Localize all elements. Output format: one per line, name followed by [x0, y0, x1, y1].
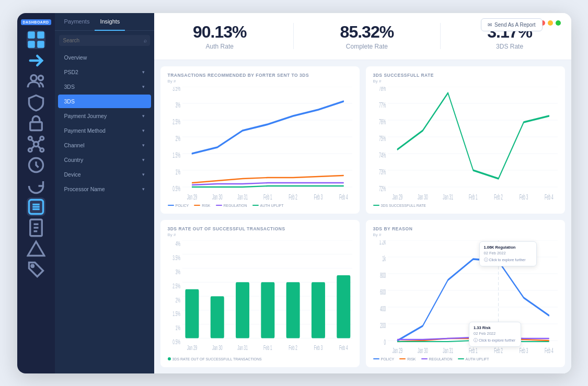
complete-rate-label: Complete Rate	[340, 43, 394, 50]
chart1-title: TRANSACTIONS RECOMMENDED BY FORTER SENT …	[168, 73, 352, 78]
svg-point-10	[28, 148, 32, 151]
svg-text:76%: 76%	[379, 118, 386, 125]
svg-text:2.5%: 2.5%	[172, 118, 180, 125]
svg-text:Feb 3: Feb 3	[314, 343, 322, 351]
nav-item-3ds-active[interactable]: 3DS	[58, 95, 151, 108]
nav-item-overview[interactable]: Overview	[58, 51, 151, 64]
auth-rate-value: 90.13%	[193, 22, 247, 42]
nav-item-label: Payment Journey	[64, 113, 107, 119]
svg-text:75%: 75%	[379, 134, 386, 142]
svg-rect-92	[210, 296, 224, 338]
legend-auth-uplift-4: AUTH UPLIFT	[458, 357, 489, 361]
svg-text:Jan 31: Jan 31	[443, 346, 453, 354]
chart3-subtitle: By #	[168, 232, 352, 237]
chart4-subtitle: By #	[373, 232, 558, 237]
svg-point-5	[38, 75, 43, 80]
svg-line-12	[31, 139, 34, 142]
tab-payments[interactable]: Payments	[59, 13, 95, 31]
svg-text:Jan 29: Jan 29	[392, 193, 402, 201]
chevron-down-icon: ▾	[142, 172, 145, 177]
nav-search-input[interactable]	[59, 35, 150, 46]
svg-text:1%: 1%	[175, 168, 180, 176]
nav-item-country[interactable]: Country ▾	[58, 153, 151, 167]
nav-item-psd2[interactable]: PSD2 ▾	[58, 65, 151, 79]
sidebar-icon-triangle[interactable]	[27, 239, 45, 258]
auth-rate-label: Auth Rate	[193, 43, 247, 50]
svg-text:Feb 4: Feb 4	[544, 193, 553, 201]
nav-search-container: ⌕	[59, 35, 150, 46]
svg-rect-3	[37, 41, 44, 48]
chevron-down-icon: ▾	[142, 113, 145, 119]
nav-item-label: 3DS	[64, 98, 75, 104]
search-icon: ⌕	[144, 38, 147, 43]
sidebar-icon-tag[interactable]	[27, 260, 45, 279]
svg-text:Feb 2: Feb 2	[289, 343, 297, 351]
nav-item-payment-journey[interactable]: Payment Journey ▾	[58, 109, 151, 123]
stat-complete-rate: 85.32% Complete Rate	[340, 22, 394, 50]
svg-text:Feb 1: Feb 1	[469, 346, 478, 354]
sidebar-icon-node[interactable]	[27, 135, 45, 154]
sidebar-icon-grid[interactable]	[27, 30, 45, 49]
complete-rate-value: 85.32%	[340, 22, 394, 42]
chart4-title: 3DS BY REASON	[373, 226, 558, 231]
sidebar-icon-document[interactable]	[27, 218, 45, 237]
svg-text:0.5%: 0.5%	[172, 184, 180, 192]
chevron-down-icon: ▾	[142, 128, 145, 133]
stat-auth-rate: 90.13% Auth Rate	[193, 22, 247, 50]
sidebar-icon-shield[interactable]	[27, 93, 45, 112]
maximize-button[interactable]	[556, 20, 561, 26]
svg-text:2%: 2%	[175, 134, 180, 142]
legend-policy: POLICY	[168, 204, 189, 207]
stat-divider-1	[293, 23, 294, 49]
minimize-button[interactable]	[548, 20, 553, 26]
nav-item-3ds-parent[interactable]: 3DS ▾	[58, 80, 151, 93]
svg-text:Jan 31: Jan 31	[237, 193, 248, 201]
svg-text:Feb 4: Feb 4	[339, 193, 348, 201]
send-report-button[interactable]: ✉ Send As A Report	[481, 18, 542, 31]
sidebar-icon-filter[interactable]	[27, 197, 45, 216]
svg-rect-0	[28, 31, 35, 39]
svg-text:2%: 2%	[175, 295, 180, 303]
svg-text:Feb 3: Feb 3	[314, 193, 322, 201]
dashboard-badge: DASHBOARD	[21, 19, 51, 25]
svg-rect-96	[311, 282, 325, 338]
chart4-area: 1.2k 1k 800 600 400 200 0 Jan 29 Jan 30 …	[373, 240, 558, 355]
svg-point-8	[28, 136, 32, 140]
svg-text:Jan 31: Jan 31	[237, 343, 248, 351]
chart-card-4: 3DS BY REASON By # 1.2k 1k 800 60	[366, 220, 565, 367]
nav-item-label: Country	[64, 157, 84, 163]
svg-rect-93	[236, 282, 249, 338]
stat-divider-2	[440, 23, 441, 49]
nav-item-label: Overview	[64, 54, 87, 61]
legend-policy-4: POLICY	[373, 357, 395, 361]
chart3-legend: 3DS RATE OUT OF SUCCESSFULL TRANSACTIONS	[168, 357, 352, 361]
sidebar-icon-clock[interactable]	[27, 156, 45, 174]
chevron-down-icon: ▾	[142, 84, 145, 89]
nav-item-processor[interactable]: Processor Name ▾	[58, 182, 151, 196]
tab-insights[interactable]: Insights	[95, 13, 125, 31]
svg-text:Feb 2: Feb 2	[494, 346, 503, 354]
svg-point-4	[30, 75, 36, 80]
sidebar-icon-refresh[interactable]	[27, 177, 45, 195]
svg-text:400: 400	[380, 305, 386, 312]
send-report-area: ✉ Send As A Report	[481, 18, 542, 31]
nav-item-channel[interactable]: Channel ▾	[58, 138, 151, 152]
nav-item-device[interactable]: Device ▾	[58, 168, 151, 181]
svg-text:4%: 4%	[175, 240, 180, 248]
sidebar-icon-arrow[interactable]	[27, 51, 45, 70]
svg-text:Feb 4: Feb 4	[544, 346, 553, 354]
sidebar-icon-lock[interactable]	[27, 114, 45, 133]
send-report-label: Send As A Report	[494, 22, 535, 28]
svg-text:Feb 1: Feb 1	[263, 343, 272, 351]
svg-rect-97	[337, 275, 350, 338]
legend-3ds-success: 3DS SUCCESSFULL RATE	[373, 204, 426, 207]
svg-text:Jan 31: Jan 31	[443, 193, 453, 201]
chevron-down-icon: ▾	[142, 186, 145, 192]
sidebar-icon-users[interactable]	[27, 72, 45, 91]
nav-item-label: Processor Name	[64, 186, 105, 192]
nav-item-payment-method[interactable]: Payment Method ▾	[58, 124, 151, 137]
window-controls	[540, 20, 561, 26]
svg-rect-94	[261, 282, 274, 338]
chevron-down-icon: ▾	[142, 69, 145, 75]
svg-text:77%: 77%	[379, 101, 386, 109]
